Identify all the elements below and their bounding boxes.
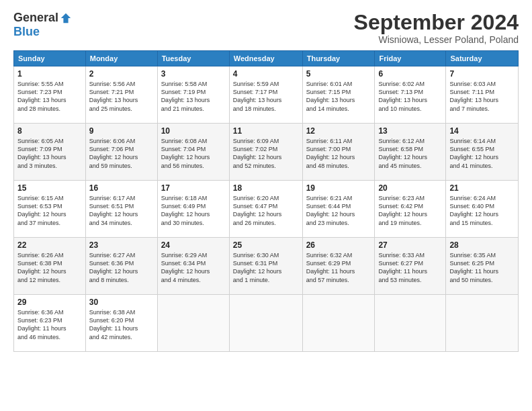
day-number: 12: [306, 126, 371, 136]
calendar-cell: 21Sunrise: 6:24 AM Sunset: 6:40 PM Dayli…: [446, 181, 519, 238]
day-info: Sunrise: 6:15 AM Sunset: 6:53 PM Dayligh…: [17, 194, 82, 227]
day-number: 27: [378, 240, 442, 250]
day-number: 15: [17, 183, 82, 193]
day-info: Sunrise: 6:21 AM Sunset: 6:44 PM Dayligh…: [306, 194, 371, 227]
day-info: Sunrise: 6:05 AM Sunset: 7:09 PM Dayligh…: [17, 137, 82, 170]
day-number: 17: [161, 183, 226, 193]
day-info: Sunrise: 6:09 AM Sunset: 7:02 PM Dayligh…: [233, 137, 299, 170]
col-header-saturday: Saturday: [446, 51, 519, 66]
title-block: September 2024 Wisniowa, Lesser Poland, …: [354, 11, 519, 45]
day-info: Sunrise: 6:01 AM Sunset: 7:15 PM Dayligh…: [306, 80, 371, 113]
day-info: Sunrise: 6:32 AM Sunset: 6:29 PM Dayligh…: [306, 251, 371, 284]
day-number: 23: [89, 240, 154, 250]
day-info: Sunrise: 5:56 AM Sunset: 7:21 PM Dayligh…: [89, 80, 154, 113]
day-number: 22: [17, 240, 82, 250]
calendar-cell: 5Sunrise: 6:01 AM Sunset: 7:15 PM Daylig…: [302, 66, 375, 124]
calendar-cell: 20Sunrise: 6:23 AM Sunset: 6:42 PM Dayli…: [375, 181, 446, 238]
day-number: 14: [449, 126, 515, 136]
logo-icon: [60, 12, 72, 24]
page: General Blue September 2024 Wisniowa, Le…: [0, 0, 532, 411]
day-number: 16: [89, 183, 154, 193]
calendar-cell: [446, 295, 519, 352]
day-info: Sunrise: 6:24 AM Sunset: 6:40 PM Dayligh…: [449, 194, 515, 227]
calendar-cell: 27Sunrise: 6:33 AM Sunset: 6:27 PM Dayli…: [375, 238, 446, 295]
day-number: 13: [378, 126, 442, 136]
col-header-tuesday: Tuesday: [157, 51, 229, 66]
day-info: Sunrise: 6:14 AM Sunset: 6:55 PM Dayligh…: [449, 137, 515, 170]
calendar-cell: 9Sunrise: 6:06 AM Sunset: 7:06 PM Daylig…: [85, 124, 157, 181]
col-header-friday: Friday: [375, 51, 446, 66]
calendar-cell: 1Sunrise: 5:55 AM Sunset: 7:23 PM Daylig…: [14, 66, 86, 124]
day-number: 1: [17, 69, 82, 79]
calendar-cell: 4Sunrise: 5:59 AM Sunset: 7:17 PM Daylig…: [229, 66, 302, 124]
day-number: 6: [378, 69, 442, 79]
day-number: 8: [17, 126, 82, 136]
svg-marker-0: [61, 13, 71, 22]
calendar-cell: 25Sunrise: 6:30 AM Sunset: 6:31 PM Dayli…: [229, 238, 302, 295]
day-info: Sunrise: 5:55 AM Sunset: 7:23 PM Dayligh…: [17, 80, 82, 113]
day-number: 24: [161, 240, 226, 250]
day-info: Sunrise: 6:02 AM Sunset: 7:13 PM Dayligh…: [378, 80, 442, 113]
calendar-cell: 16Sunrise: 6:17 AM Sunset: 6:51 PM Dayli…: [85, 181, 157, 238]
day-info: Sunrise: 6:38 AM Sunset: 6:20 PM Dayligh…: [89, 308, 154, 341]
calendar-cell: [157, 295, 229, 352]
calendar-week-row: 15Sunrise: 6:15 AM Sunset: 6:53 PM Dayli…: [14, 181, 519, 238]
day-number: 3: [161, 69, 226, 79]
day-info: Sunrise: 6:18 AM Sunset: 6:49 PM Dayligh…: [161, 194, 226, 227]
day-info: Sunrise: 6:23 AM Sunset: 6:42 PM Dayligh…: [378, 194, 442, 227]
day-info: Sunrise: 6:17 AM Sunset: 6:51 PM Dayligh…: [89, 194, 154, 227]
day-number: 5: [306, 69, 371, 79]
calendar-cell: 15Sunrise: 6:15 AM Sunset: 6:53 PM Dayli…: [14, 181, 86, 238]
day-info: Sunrise: 6:36 AM Sunset: 6:23 PM Dayligh…: [17, 308, 82, 341]
calendar-cell: 23Sunrise: 6:27 AM Sunset: 6:36 PM Dayli…: [85, 238, 157, 295]
logo-general-text: General: [13, 11, 58, 25]
calendar-cell: 14Sunrise: 6:14 AM Sunset: 6:55 PM Dayli…: [446, 124, 519, 181]
calendar-cell: 3Sunrise: 5:58 AM Sunset: 7:19 PM Daylig…: [157, 66, 229, 124]
day-number: 28: [449, 240, 515, 250]
calendar-cell: 17Sunrise: 6:18 AM Sunset: 6:49 PM Dayli…: [157, 181, 229, 238]
calendar-cell: [375, 295, 446, 352]
calendar-cell: 2Sunrise: 5:56 AM Sunset: 7:21 PM Daylig…: [85, 66, 157, 124]
day-info: Sunrise: 6:12 AM Sunset: 6:58 PM Dayligh…: [378, 137, 442, 170]
day-info: Sunrise: 6:27 AM Sunset: 6:36 PM Dayligh…: [89, 251, 154, 284]
calendar-week-row: 8Sunrise: 6:05 AM Sunset: 7:09 PM Daylig…: [14, 124, 519, 181]
logo-blue-text: Blue: [13, 25, 40, 39]
day-number: 7: [449, 69, 515, 79]
day-info: Sunrise: 6:08 AM Sunset: 7:04 PM Dayligh…: [161, 137, 226, 170]
calendar-cell: 8Sunrise: 6:05 AM Sunset: 7:09 PM Daylig…: [14, 124, 86, 181]
day-number: 30: [89, 298, 154, 307]
day-info: Sunrise: 6:33 AM Sunset: 6:27 PM Dayligh…: [378, 251, 442, 284]
location-text: Wisniowa, Lesser Poland, Poland: [354, 34, 519, 45]
calendar-cell: 11Sunrise: 6:09 AM Sunset: 7:02 PM Dayli…: [229, 124, 302, 181]
calendar-header-row: SundayMondayTuesdayWednesdayThursdayFrid…: [14, 51, 519, 66]
calendar-cell: 30Sunrise: 6:38 AM Sunset: 6:20 PM Dayli…: [85, 295, 157, 352]
calendar-week-row: 1Sunrise: 5:55 AM Sunset: 7:23 PM Daylig…: [14, 66, 519, 124]
calendar-week-row: 29Sunrise: 6:36 AM Sunset: 6:23 PM Dayli…: [14, 295, 519, 352]
day-number: 2: [89, 69, 154, 79]
day-info: Sunrise: 6:35 AM Sunset: 6:25 PM Dayligh…: [449, 251, 515, 284]
day-number: 21: [449, 183, 515, 193]
day-info: Sunrise: 6:29 AM Sunset: 6:34 PM Dayligh…: [161, 251, 226, 284]
day-info: Sunrise: 6:20 AM Sunset: 6:47 PM Dayligh…: [233, 194, 299, 227]
calendar-cell: 24Sunrise: 6:29 AM Sunset: 6:34 PM Dayli…: [157, 238, 229, 295]
calendar-cell: 12Sunrise: 6:11 AM Sunset: 7:00 PM Dayli…: [302, 124, 375, 181]
logo: General Blue: [13, 11, 72, 39]
calendar-cell: [302, 295, 375, 352]
day-number: 10: [161, 126, 226, 136]
day-number: 19: [306, 183, 371, 193]
calendar-table: SundayMondayTuesdayWednesdayThursdayFrid…: [13, 50, 519, 352]
calendar-cell: 29Sunrise: 6:36 AM Sunset: 6:23 PM Dayli…: [14, 295, 86, 352]
calendar-cell: 7Sunrise: 6:03 AM Sunset: 7:11 PM Daylig…: [446, 66, 519, 124]
day-number: 29: [17, 298, 82, 307]
calendar-cell: 19Sunrise: 6:21 AM Sunset: 6:44 PM Dayli…: [302, 181, 375, 238]
day-info: Sunrise: 6:03 AM Sunset: 7:11 PM Dayligh…: [449, 80, 515, 113]
calendar-cell: 28Sunrise: 6:35 AM Sunset: 6:25 PM Dayli…: [446, 238, 519, 295]
col-header-sunday: Sunday: [14, 51, 86, 66]
calendar-cell: [229, 295, 302, 352]
calendar-cell: 22Sunrise: 6:26 AM Sunset: 6:38 PM Dayli…: [14, 238, 86, 295]
calendar-cell: 6Sunrise: 6:02 AM Sunset: 7:13 PM Daylig…: [375, 66, 446, 124]
day-info: Sunrise: 5:59 AM Sunset: 7:17 PM Dayligh…: [233, 80, 299, 113]
header: General Blue September 2024 Wisniowa, Le…: [13, 11, 519, 45]
calendar-cell: 26Sunrise: 6:32 AM Sunset: 6:29 PM Dayli…: [302, 238, 375, 295]
month-title: September 2024: [354, 11, 519, 34]
